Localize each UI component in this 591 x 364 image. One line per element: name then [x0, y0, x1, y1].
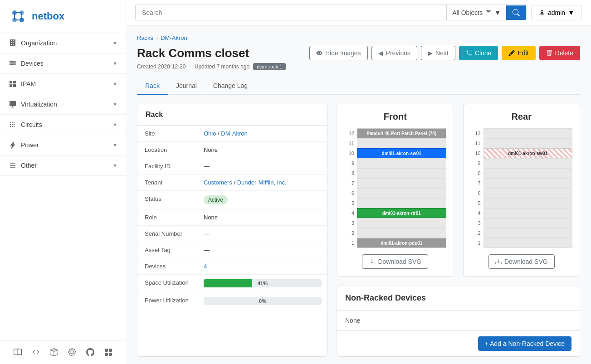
tab-journal[interactable]: Journal [168, 78, 205, 95]
sidebar-section-power[interactable]: Power ▼ [0, 135, 126, 155]
value-facility-id: — [196, 158, 327, 174]
rack-row-front-8: 8 [344, 168, 446, 178]
delete-button[interactable]: Delete [539, 46, 580, 60]
breadcrumb-racks[interactable]: Racks [137, 34, 153, 41]
detail-row-role: Role None [137, 209, 327, 226]
search-go-button[interactable] [506, 5, 526, 20]
sidebar-section-devices[interactable]: Devices ▼ [0, 53, 126, 74]
rack-row-front-10: 10 dmi01-akron-sw01 [344, 148, 446, 158]
detail-row-asset-tag: Asset Tag — [137, 242, 327, 258]
building-icon [8, 39, 17, 48]
rack-row-front-1: 1 dmi01-akron-pdu01 [344, 238, 446, 248]
previous-button[interactable]: ◀ Previous [371, 46, 417, 60]
breadcrumb-dm-akron[interactable]: DM-Akron [161, 34, 187, 41]
devices-count-link[interactable]: 4 [204, 263, 207, 270]
rack-slot-rear-2 [484, 228, 573, 238]
front-rack-panel: Front 12 Panduit 48-Port Patch Panel (74… [337, 104, 454, 277]
hide-images-button[interactable]: Hide Images [309, 46, 368, 60]
box-icon[interactable] [47, 345, 61, 359]
grid-icon [8, 79, 17, 88]
sidebar-nav: Organization ▼ Devices ▼ [0, 33, 126, 340]
rack-slot-front-7 [357, 178, 446, 188]
rear-download-svg-button[interactable]: Download SVG [488, 254, 555, 269]
rack-slot-rear-9 [484, 158, 573, 168]
clone-label: Clone [475, 49, 492, 57]
front-download-svg-label: Download SVG [378, 258, 421, 265]
front-download-svg-button[interactable]: Download SVG [362, 254, 428, 269]
detail-row-space-utilization: Space Utilization 41% [137, 275, 327, 292]
sidebar-footer [0, 340, 126, 364]
book-icon[interactable] [10, 345, 25, 359]
search-filter-button[interactable]: All Objects ▼ [446, 5, 506, 20]
rack-slot-front-11 [357, 138, 446, 148]
tenant-link-customers[interactable]: Customers [204, 179, 232, 186]
rack-visuals-section: Front 12 Panduit 48-Port Patch Panel (74… [337, 104, 580, 357]
rack-slot-front-12: Panduit 48-Port Patch Panel (74) [357, 128, 446, 138]
label-facility-id: Facility ID [137, 158, 196, 174]
filter-icon [485, 9, 492, 16]
power-progress-label: 0% [259, 298, 266, 304]
gear-icon[interactable] [65, 345, 79, 359]
rack-row-rear-1: 1 [471, 238, 573, 248]
clone-button[interactable]: Clone [459, 46, 498, 60]
hide-images-label: Hide Images [325, 49, 361, 57]
delete-label: Delete [555, 49, 573, 57]
site-link-ohio[interactable]: Ohio [204, 130, 216, 137]
value-site: Ohio / DM-Akron [196, 126, 327, 141]
non-racked-body: None [337, 311, 580, 330]
value-role: None [196, 209, 327, 225]
value-power-utilization: 0% [196, 292, 327, 310]
rear-download-svg-label: Download SVG [504, 258, 548, 265]
next-icon: ▶ [428, 49, 433, 57]
detail-row-devices: Devices 4 [137, 258, 327, 275]
rack-slot-front-8 [357, 168, 446, 178]
value-devices: 4 [196, 258, 327, 274]
sidebar-item-label-other: Other [21, 162, 37, 169]
github-icon[interactable] [83, 345, 98, 359]
tab-rack[interactable]: Rack [137, 78, 168, 95]
rack-slot-rear-7 [484, 178, 573, 188]
rack-row-rear-11: 11 [471, 138, 573, 148]
sidebar-section-other[interactable]: Other ▼ [0, 155, 126, 176]
next-button[interactable]: ▶ Next [421, 46, 455, 60]
tab-change-log[interactable]: Change Log [205, 78, 256, 95]
non-racked-footer: + Add a Non-Racked Device [337, 330, 580, 356]
tenant-link-dunder[interactable]: Dunder-Mifflin, Inc. [237, 179, 287, 186]
label-asset-tag: Asset Tag [137, 242, 196, 258]
edit-button[interactable]: Edit [502, 46, 535, 60]
rack-slot-rear-3 [484, 218, 573, 228]
label-serial-number: Serial Number [137, 226, 196, 242]
rack-row-front-6: 6 [344, 188, 446, 198]
search-container: All Objects ▼ [135, 5, 527, 20]
sidebar-section-circuits[interactable]: Circuits ▼ [0, 115, 126, 135]
sidebar-item-label-power: Power [21, 141, 39, 149]
rack-slot-rear-12 [484, 128, 573, 138]
code-icon[interactable] [29, 345, 43, 359]
sidebar-section-ipam[interactable]: IPAM ▼ [0, 74, 126, 94]
space-progress-bar: 41% [204, 279, 322, 287]
label-devices: Devices [137, 258, 196, 274]
search-input[interactable] [136, 5, 446, 20]
rack-row-front-9: 9 [344, 158, 446, 168]
rear-rack-grid: 12 11 10 dmi01-akron-sw01 [471, 128, 573, 248]
apps-icon[interactable] [101, 345, 116, 359]
add-non-racked-device-button[interactable]: + Add a Non-Racked Device [478, 336, 571, 351]
site-link-dm-akron[interactable]: DM-Akron [221, 130, 248, 137]
dcim-badge: dcim.rack:1 [253, 63, 286, 70]
rack-slot-front-6 [357, 188, 446, 198]
rack-row-rear-5: 5 [471, 198, 573, 208]
detail-row-facility-id: Facility ID — [137, 158, 327, 175]
rack-row-front-4: 4 dmi01-akron-rtr01 [344, 208, 446, 218]
chevron-ipam: ▼ [112, 81, 117, 87]
rack-slot-rear-1 [484, 238, 573, 248]
label-space-utilization: Space Utilization [137, 275, 196, 292]
sidebar-section-virtualization[interactable]: Virtualization ▼ [0, 94, 126, 115]
rack-slot-front-5 [357, 198, 446, 208]
tab-content: Rack Site Ohio / DM-Akron Location None [137, 104, 580, 357]
rear-rack-title: Rear [471, 112, 573, 122]
rack-num-12: 12 [344, 128, 357, 138]
label-power-utilization: Power Utilization [137, 292, 196, 310]
sidebar-section-organization[interactable]: Organization ▼ [0, 33, 126, 53]
admin-menu-button[interactable]: admin ▼ [531, 5, 582, 20]
admin-label: admin [548, 9, 565, 16]
